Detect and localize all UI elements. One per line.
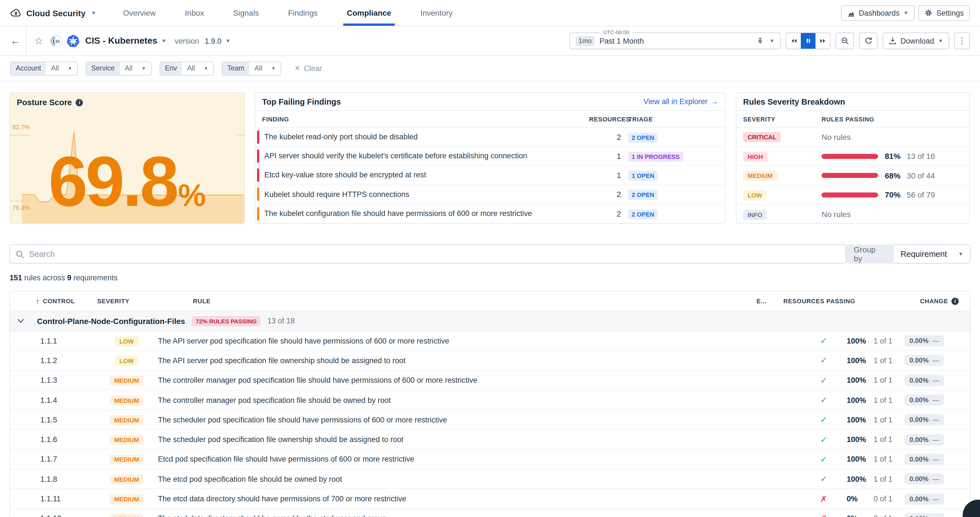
no-change-dash-icon: — — [932, 337, 939, 345]
evaluation-status-icon — [812, 355, 835, 366]
severity-breakdown-row[interactable]: HIGH 81% 13 of 16 — [737, 147, 969, 166]
nav-tab-compliance[interactable]: Compliance — [347, 0, 391, 26]
clear-filters-button[interactable]: × Clear — [295, 63, 322, 73]
backward-button[interactable] — [786, 33, 801, 49]
evaluation-status-icon — [812, 474, 835, 484]
collapse-chevron-icon[interactable] — [18, 318, 25, 324]
no-rules-text: No rules — [821, 133, 851, 141]
posture-score-card: Posture Score i 82.7% 79.3% 69.8% — [10, 92, 245, 224]
time-range-picker[interactable]: UTC-06:00 1mo Past 1 Month ▼ — [570, 32, 781, 49]
finding-row[interactable]: Etcd key-value store should be encrypted… — [255, 166, 725, 185]
severity-breakdown-row[interactable]: CRITICAL No rules — [737, 128, 969, 147]
column-evaluation[interactable]: E... — [757, 298, 780, 304]
triage-badge[interactable]: 2 OPEN — [628, 209, 658, 219]
chevron-down-icon[interactable]: ▼ — [161, 38, 166, 44]
rule-row[interactable]: 1.1.3 MEDIUM The controller manager pod … — [10, 371, 970, 390]
rule-row[interactable]: 1.1.12 MEDIUM The etcd data directory sh… — [10, 509, 970, 517]
info-icon[interactable]: i — [951, 297, 959, 304]
filter-service[interactable]: Service All▼ — [86, 61, 151, 75]
rule-row[interactable]: 1.1.6 MEDIUM The scheduler pod specifica… — [10, 430, 970, 450]
severity-breakdown-row[interactable]: MEDIUM 68% 30 of 44 — [737, 166, 969, 186]
rule-row[interactable]: 1.1.11 MEDIUM The etcd data directory sh… — [10, 489, 970, 509]
findings-column-headers: FINDING RESOURCES TRIAGE — [255, 111, 725, 128]
search-input[interactable] — [10, 244, 846, 263]
severity-bar — [257, 207, 259, 220]
sort-arrow-icon[interactable]: ↑ — [36, 297, 40, 305]
resources-passing-detail: 0 of 1 — [873, 514, 904, 517]
finding-row[interactable]: Kubelet should require HTTPS connections… — [255, 185, 725, 204]
more-options-button[interactable]: ⋮ — [954, 32, 970, 49]
rules-passing-detail: 13 of 16 — [907, 152, 935, 161]
rules-summary: 151 rules across 9 requirements — [10, 274, 118, 282]
triage-badge[interactable]: 1 IN PROGRESS — [628, 152, 683, 162]
findings-title: Top Failing Findings — [262, 97, 341, 106]
filter-team[interactable]: Team All▼ — [222, 61, 282, 75]
column-control[interactable]: CONTROL — [43, 298, 72, 304]
severity-badge: MEDIUM — [110, 415, 143, 425]
rule-text: Etcd pod specification file should have … — [158, 455, 812, 463]
column-resources-passing[interactable]: RESOURCES PASSING — [783, 298, 920, 304]
pin-icon[interactable] — [757, 37, 764, 44]
filter-env[interactable]: Env All▼ — [159, 61, 214, 75]
resources-passing-percent: 0% — [847, 495, 871, 503]
nav-tab-overview[interactable]: Overview — [123, 0, 156, 26]
severity-badge: MEDIUM — [110, 395, 143, 405]
finding-row[interactable]: The kubelet configuration file should ha… — [255, 204, 725, 223]
resources-passing-percent: 100% — [847, 416, 871, 424]
triage-badge[interactable]: 1 OPEN — [628, 171, 658, 181]
rule-row[interactable]: 1.1.4 MEDIUM The controller manager pod … — [10, 390, 970, 411]
rule-control-id: 1.1.5 — [40, 416, 95, 424]
group-rules-passing-badge: 72% RULES PASSING — [192, 316, 261, 326]
favorite-star-icon[interactable]: ☆ — [34, 35, 43, 47]
column-severity[interactable]: SEVERITY — [97, 298, 160, 304]
chevron-down-icon[interactable]: ▼ — [225, 38, 231, 44]
filter-account[interactable]: Account All▼ — [10, 61, 78, 75]
no-rules-text: No rules — [821, 210, 851, 219]
severity-breakdown-row[interactable]: LOW 70% 56 of 79 — [737, 186, 969, 205]
pause-button[interactable] — [801, 33, 815, 49]
settings-button[interactable]: Settings — [918, 5, 970, 21]
severity-breakdown-row[interactable]: INFO No rules — [737, 205, 969, 224]
severity-badge: MEDIUM — [110, 474, 143, 484]
rule-row[interactable]: 1.1.7 MEDIUM Etcd pod specification file… — [10, 450, 970, 470]
rule-row[interactable]: 1.1.8 MEDIUM The etcd pod specification … — [10, 469, 970, 489]
nav-tab-findings[interactable]: Findings — [288, 0, 318, 26]
refresh-button[interactable] — [859, 32, 878, 49]
column-change[interactable]: CHANGE — [920, 298, 948, 304]
download-button[interactable]: Download ▼ — [883, 32, 949, 49]
info-icon[interactable]: i — [76, 99, 83, 106]
chevron-down-icon: ▼ — [204, 66, 208, 71]
severity-bar — [257, 187, 259, 201]
chevron-down-icon[interactable]: ▼ — [770, 38, 775, 44]
zoom-out-button[interactable] — [835, 32, 854, 49]
rules-passing-detail: 30 of 44 — [907, 171, 935, 180]
triage-badge[interactable]: 2 OPEN — [628, 190, 658, 200]
resources-passing-detail: 1 of 1 — [873, 396, 904, 404]
group-by-control[interactable]: Group by Requirement ▼ — [846, 244, 970, 263]
nav-tab-inventory[interactable]: Inventory — [420, 0, 452, 26]
finding-row[interactable]: API server should verify the kubelet's c… — [255, 147, 725, 166]
resources-passing-detail: 1 of 1 — [873, 475, 904, 483]
view-all-in-explorer-link[interactable]: View all in Explorer → — [643, 97, 718, 106]
column-rule[interactable]: RULE — [193, 298, 757, 304]
back-arrow-icon[interactable]: ← — [10, 35, 21, 47]
gear-icon — [924, 9, 932, 17]
evaluation-status-icon — [812, 395, 835, 405]
product-switcher[interactable]: Cloud Security ▼ — [10, 8, 96, 18]
nav-tab-signals[interactable]: Signals — [233, 0, 259, 26]
rule-row[interactable]: 1.1.1 LOW The API server pod specificati… — [10, 331, 970, 351]
time-shift-controls — [786, 32, 830, 49]
dashboards-button[interactable]: Dashboards ▼ — [841, 5, 915, 21]
rule-control-id: 1.1.12 — [40, 514, 95, 517]
finding-row[interactable]: The kubelet read-only port should be dis… — [255, 128, 725, 147]
resources-passing-detail: 1 of 1 — [873, 455, 904, 463]
forward-button[interactable] — [815, 33, 830, 49]
triage-badge[interactable]: 2 OPEN — [628, 132, 658, 143]
rule-row[interactable]: 1.1.5 MEDIUM The scheduler pod specifica… — [10, 410, 970, 430]
no-change-dash-icon: — — [932, 416, 939, 424]
rule-row[interactable]: 1.1.2 LOW The API server pod specificati… — [10, 351, 970, 371]
finding-resources-count: 2 — [589, 190, 621, 199]
requirement-group-row[interactable]: Control-Plane-Node-Configuration-Files 7… — [10, 311, 970, 331]
chevron-down-icon: ▼ — [904, 10, 908, 16]
nav-tab-inbox[interactable]: Inbox — [185, 0, 204, 26]
